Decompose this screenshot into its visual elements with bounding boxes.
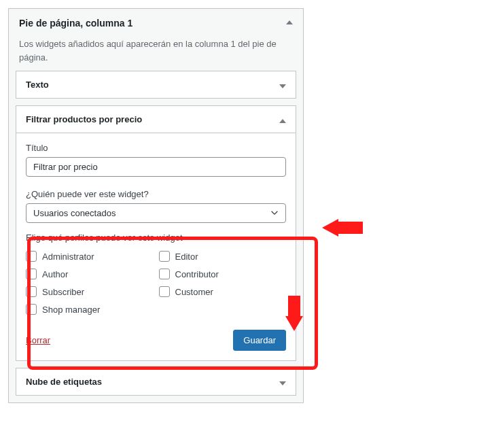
widget-tag-title: Nube de etiquetas [26, 377, 102, 387]
expand-icon [279, 84, 286, 88]
svg-marker-0 [322, 219, 363, 237]
annotation-arrow-down [285, 296, 303, 333]
role-label: Editor [175, 252, 198, 262]
widget-price-filter: Filtrar productos por precio Título ¿Qui… [16, 105, 296, 361]
svg-marker-1 [285, 296, 303, 331]
save-button[interactable]: Guardar [233, 330, 286, 351]
widget-text-header[interactable]: Texto [16, 71, 296, 98]
widget-price-header[interactable]: Filtrar productos por precio [16, 106, 296, 133]
roles-label: Elige qué perfiles puede ver este widget [26, 232, 286, 243]
role-editor[interactable]: Editor [159, 251, 287, 262]
checkbox[interactable] [159, 251, 170, 262]
widget-tag-cloud: Nube de etiquetas [16, 368, 296, 396]
collapse-icon [286, 20, 293, 24]
role-label: Subscriber [42, 287, 84, 297]
roles-section: Elige qué perfiles puede ver este widget… [26, 232, 286, 315]
widget-text: Texto [16, 71, 296, 99]
widget-text-title: Texto [26, 80, 49, 90]
widget-price-title: Filtrar productos por precio [26, 114, 142, 124]
role-author[interactable]: Author [26, 269, 154, 279]
role-contributor[interactable]: Contributor [159, 269, 287, 279]
role-label: Customer [175, 287, 213, 297]
checkbox[interactable] [26, 286, 37, 297]
delete-link[interactable]: Borrar [26, 335, 50, 345]
widget-actions: Borrar Guardar [26, 330, 286, 351]
panel-title: Pie de página, columna 1 [19, 18, 132, 29]
checkbox[interactable] [159, 286, 170, 297]
role-administrator[interactable]: Administrator [26, 251, 154, 262]
widget-area-panel: Pie de página, columna 1 Los widgets aña… [8, 8, 304, 403]
visibility-label: ¿Quién puede ver este widget? [26, 189, 286, 199]
collapse-icon [279, 119, 286, 123]
panel-description: Los widgets añadidos aquí aparecerán en … [9, 37, 303, 71]
expand-icon [279, 381, 286, 385]
checkbox[interactable] [26, 304, 37, 315]
checkbox[interactable] [159, 269, 170, 279]
role-shop-manager[interactable]: Shop manager [26, 304, 154, 315]
role-label: Shop manager [42, 305, 100, 315]
widget-price-body: Título ¿Quién puede ver este widget? Usu… [16, 133, 296, 360]
role-customer[interactable]: Customer [159, 286, 287, 297]
annotation-arrow-right [322, 219, 363, 239]
role-subscriber[interactable]: Subscriber [26, 286, 154, 297]
widget-tag-header[interactable]: Nube de etiquetas [16, 368, 296, 395]
titulo-input[interactable] [26, 157, 286, 177]
checkbox[interactable] [26, 251, 37, 262]
visibility-select[interactable]: Usuarios conectados [26, 203, 286, 223]
titulo-label: Título [26, 143, 286, 153]
role-label: Contributor [175, 269, 219, 279]
checkbox[interactable] [26, 269, 37, 279]
role-label: Administrator [42, 252, 94, 262]
role-label: Author [42, 269, 68, 279]
panel-header[interactable]: Pie de página, columna 1 [9, 9, 303, 37]
